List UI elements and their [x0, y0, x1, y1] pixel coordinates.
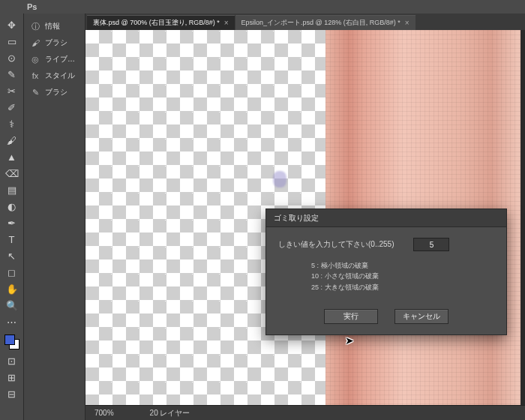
- panel-label: ライブ…: [45, 54, 75, 64]
- panel-item[interactable]: ⓘ情報: [24, 18, 85, 34]
- marquee-tool[interactable]: ▭: [0, 33, 23, 50]
- eraser-tool[interactable]: ⌫: [0, 165, 23, 182]
- dialog-body: しきい値を入力して下さい(0..255) 5 : 極小領域の破棄10 : 小さな…: [266, 227, 506, 309]
- app-logo: Ps: [27, 2, 37, 11]
- zoom-tool[interactable]: 🔍: [0, 297, 23, 314]
- crop-tool[interactable]: ✂: [0, 82, 23, 99]
- wand-tool[interactable]: ✎: [0, 66, 23, 82]
- panel-item[interactable]: 🖌ブラシ: [24, 34, 85, 51]
- type-tool[interactable]: T: [0, 231, 23, 248]
- color-swatches[interactable]: [0, 334, 23, 352]
- fg-swatch[interactable]: [4, 334, 15, 345]
- document-tab[interactable]: Epsilon_インポート.psd @ 128% (右白目, RGB/8#) *…: [236, 15, 416, 30]
- status-bar: 700% 20 レイヤー: [86, 405, 525, 420]
- hint-list: 5 : 極小領域の破棄10 : 小さな領域の破棄25 : 大きな領域の破棄: [311, 260, 494, 292]
- document-tab[interactable]: 裏体.psd @ 700% (右目玉塗り, RGB/8#) *×: [87, 15, 235, 30]
- panel-item[interactable]: ◎ライブ…: [24, 51, 85, 68]
- cancel-button[interactable]: キャンセル: [394, 309, 448, 324]
- hint-line: 25 : 大きな領域の破棄: [311, 282, 494, 292]
- eyedropper-tool[interactable]: ✐: [0, 99, 23, 116]
- hint-line: 10 : 小さな領域の破棄: [311, 271, 494, 281]
- panel-column: ⓘ情報🖌ブラシ◎ライブ…fxスタイル✎ブラシ: [24, 14, 86, 420]
- panel-icon: ✎: [30, 88, 40, 98]
- dialog-title: ゴミ取り設定: [266, 209, 506, 227]
- panel-label: ブラシ: [45, 87, 68, 98]
- hand-tool[interactable]: ✋: [0, 280, 23, 297]
- threshold-input[interactable]: [413, 238, 449, 251]
- paint-mark: [273, 171, 286, 188]
- toolbox: ✥▭⊙✎✂✐⚕🖌▲⌫▤◐✒T↖◻✋🔍⋯ ⊡⊞⊟: [0, 14, 24, 420]
- tab-bar: 裏体.psd @ 700% (右目玉塗り, RGB/8#) *×Epsilon_…: [86, 14, 525, 30]
- panel-icon: fx: [30, 71, 40, 80]
- more-tool[interactable]: ⋯: [0, 314, 23, 330]
- screen-mode-icon[interactable]: ⊞: [0, 369, 23, 386]
- panel-item[interactable]: fxスタイル: [24, 68, 85, 84]
- pen-tool[interactable]: ✒: [0, 214, 23, 231]
- tab-label: Epsilon_インポート.psd @ 128% (右白目, RGB/8#) *: [242, 18, 400, 28]
- close-icon[interactable]: ×: [224, 19, 229, 27]
- close-icon[interactable]: ×: [405, 19, 410, 27]
- threshold-label: しきい値を入力して下さい(0..255): [278, 239, 394, 250]
- panel-label: 情報: [45, 21, 60, 32]
- tab-label: 裏体.psd @ 700% (右目玉塗り, RGB/8#) *: [93, 18, 220, 28]
- path-tool[interactable]: ↖: [0, 248, 23, 264]
- hint-line: 5 : 極小領域の破棄: [311, 260, 494, 271]
- screen-mode-icon[interactable]: ⊡: [0, 352, 23, 369]
- lasso-tool[interactable]: ⊙: [0, 50, 23, 66]
- panel-label: ブラシ: [45, 38, 68, 48]
- heal-tool[interactable]: ⚕: [0, 116, 23, 132]
- dodge-tool[interactable]: ◐: [0, 198, 23, 214]
- panel-icon: 🖌: [30, 38, 40, 47]
- layer-readout: 20 レイヤー: [150, 408, 190, 418]
- panel-item[interactable]: ✎ブラシ: [24, 84, 85, 100]
- dust-removal-dialog: ゴミ取り設定 しきい値を入力して下さい(0..255) 5 : 極小領域の破棄1…: [266, 208, 507, 335]
- execute-button[interactable]: 実行: [324, 309, 378, 324]
- panel-label: スタイル: [45, 70, 75, 81]
- brush-tool[interactable]: 🖌: [0, 132, 23, 148]
- screen-mode-icon[interactable]: ⊟: [0, 386, 23, 402]
- zoom-readout[interactable]: 700%: [94, 409, 114, 417]
- shape-tool[interactable]: ◻: [0, 264, 23, 280]
- menubar: Ps: [0, 0, 525, 14]
- move-tool[interactable]: ✥: [0, 16, 23, 33]
- gradient-tool[interactable]: ▤: [0, 182, 23, 198]
- stamp-tool[interactable]: ▲: [0, 148, 23, 165]
- panel-icon: ⓘ: [30, 21, 40, 32]
- panel-icon: ◎: [30, 55, 40, 64]
